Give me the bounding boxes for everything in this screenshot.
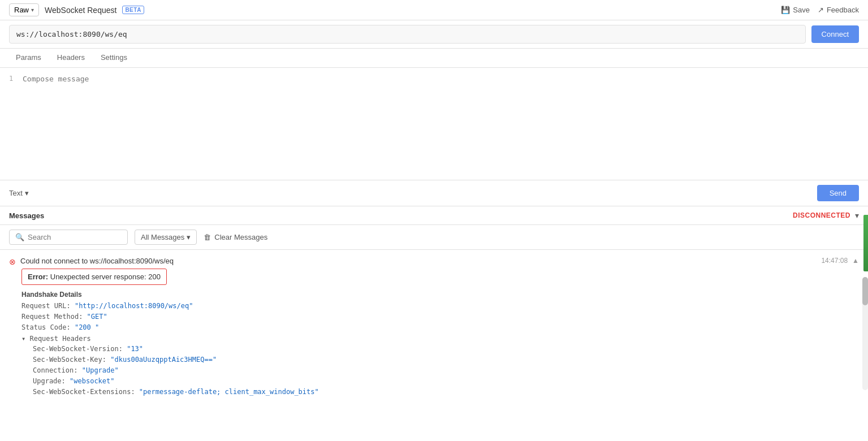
raw-dropdown[interactable]: Raw ▾ xyxy=(9,3,39,16)
save-icon: 💾 xyxy=(781,6,790,14)
error-box: Error: Unexpected server response: 200 xyxy=(21,269,167,285)
save-label: Save xyxy=(793,6,810,14)
chevron-down-icon: ▾ xyxy=(25,189,29,197)
search-icon: 🔍 xyxy=(15,233,24,241)
top-bar-right: 💾 Save ↗ Feedback xyxy=(781,6,859,14)
share-icon: ↗ xyxy=(818,6,824,14)
request-method-row: Request Method: "GET" xyxy=(21,312,859,322)
request-url-label: Request URL: xyxy=(21,302,75,310)
header-row-ws-key: Sec-WebSocket-Key: "dkus00aUuzqpptAic3HM… xyxy=(21,354,859,365)
message-composer: 1 Text ▾ Send xyxy=(0,68,868,206)
text-label: Text xyxy=(9,189,23,197)
message-item: ⊗ Could not connect to ws://localhost:80… xyxy=(0,254,868,400)
messages-header-right: DISCONNECTED ▾ xyxy=(793,211,859,220)
send-label: Send xyxy=(830,189,847,197)
tab-params[interactable]: Params xyxy=(9,49,48,67)
all-messages-label: All Messages xyxy=(141,233,184,241)
message-expand-icon[interactable]: ▲ xyxy=(852,257,859,265)
raw-label: Raw xyxy=(14,6,29,14)
feedback-button[interactable]: ↗ Feedback xyxy=(818,6,859,14)
header-row-ws-extensions: Sec-WebSocket-Extensions: "permessage-de… xyxy=(21,387,859,397)
request-url-value: "http://localhost:8090/ws/eq" xyxy=(75,302,193,310)
message-time: 14:47:08 xyxy=(821,257,848,265)
save-button[interactable]: 💾 Save xyxy=(781,6,810,14)
search-input[interactable] xyxy=(28,233,113,241)
connect-button[interactable]: Connect xyxy=(811,25,859,43)
message-row: ⊗ Could not connect to ws://localhost:80… xyxy=(9,257,859,266)
top-bar: Raw ▾ WebSocket Request BETA 💾 Save ↗ Fe… xyxy=(0,0,868,20)
messages-content: ⊗ Could not connect to ws://localhost:80… xyxy=(0,250,868,440)
composer-footer: Text ▾ Send xyxy=(0,180,868,206)
tab-headers[interactable]: Headers xyxy=(50,49,92,67)
expand-icon[interactable]: ▾ xyxy=(855,211,859,220)
top-bar-left: Raw ▾ WebSocket Request BETA xyxy=(9,3,144,16)
message-main-text: Could not connect to ws://localhost:8090… xyxy=(20,257,817,265)
handshake-section: Handshake Details Request URL: "http://l… xyxy=(21,291,859,398)
header-row-ws-version: Sec-WebSocket-Version: "13" xyxy=(21,344,859,354)
error-message: Unexpected server response: 200 xyxy=(50,273,161,281)
messages-panel: Messages DISCONNECTED ▾ 🔍 All Messages ▾… xyxy=(0,206,868,440)
scrollbar-thumb xyxy=(862,277,868,305)
chevron-down-icon: ▾ xyxy=(187,233,191,241)
messages-toolbar: 🔍 All Messages ▾ 🗑 Clear Messages xyxy=(0,225,868,250)
clear-messages-label: Clear Messages xyxy=(214,233,267,241)
feedback-label: Feedback xyxy=(827,6,859,14)
right-scrollbar[interactable] xyxy=(862,277,868,390)
beta-badge: BETA xyxy=(122,6,144,14)
send-button[interactable]: Send xyxy=(817,185,859,201)
chevron-down-icon: ▾ xyxy=(31,7,34,13)
error-icon: ⊗ xyxy=(9,257,16,266)
search-box: 🔍 xyxy=(9,230,128,245)
header-row-connection: Connection: "Upgrade" xyxy=(21,365,859,376)
status-code-value: "200 " xyxy=(75,323,99,331)
disconnected-status: DISCONNECTED xyxy=(793,211,850,219)
text-type-dropdown[interactable]: Text ▾ xyxy=(9,189,29,197)
trash-icon: 🗑 xyxy=(204,233,211,241)
tabs-bar: Params Headers Settings xyxy=(0,49,868,68)
handshake-title: Handshake Details xyxy=(21,291,859,299)
request-url-row: Request URL: "http://localhost:8090/ws/e… xyxy=(21,301,859,312)
all-messages-dropdown[interactable]: All Messages ▾ xyxy=(135,230,197,245)
connect-label: Connect xyxy=(822,30,849,38)
line-number: 1 xyxy=(9,75,13,83)
header-row-upgrade: Upgrade: "websocket" xyxy=(21,376,859,387)
messages-header: Messages DISCONNECTED ▾ xyxy=(0,206,868,225)
status-code-row: Status Code: "200 " xyxy=(21,322,859,333)
error-label: Error: xyxy=(28,273,48,281)
url-bar: Connect xyxy=(0,20,868,49)
request-method-label: Request Method: xyxy=(21,313,87,321)
request-headers-toggle[interactable]: ▾ Request Headers xyxy=(21,335,859,343)
request-method-value: "GET" xyxy=(87,313,107,321)
clear-messages-button[interactable]: 🗑 Clear Messages xyxy=(204,233,267,241)
tab-settings[interactable]: Settings xyxy=(94,49,134,67)
status-code-label: Status Code: xyxy=(21,323,75,331)
url-input[interactable] xyxy=(9,25,806,44)
messages-title: Messages xyxy=(9,211,44,220)
page-title: WebSocket Request xyxy=(45,6,116,15)
